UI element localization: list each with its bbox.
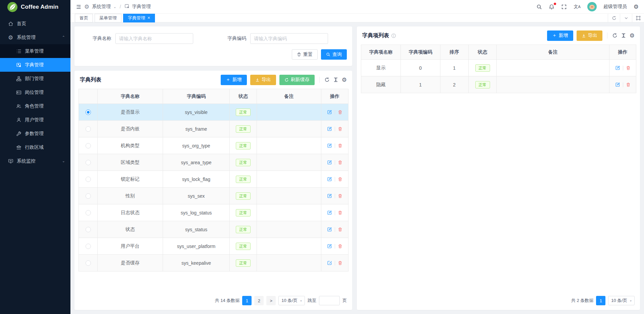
delete-icon[interactable] bbox=[338, 261, 342, 265]
sidebar-item-role-mgmt[interactable]: 角色管理 bbox=[0, 99, 70, 113]
row-radio[interactable] bbox=[86, 227, 91, 232]
delete-icon[interactable] bbox=[338, 210, 342, 215]
settings-gear-icon[interactable]: ⚙ bbox=[634, 4, 639, 10]
sidebar-item-dict-mgmt[interactable]: 字典管理 bbox=[0, 58, 70, 72]
sidebar-item-home[interactable]: 首页 bbox=[0, 17, 70, 30]
delete-icon[interactable] bbox=[338, 244, 342, 249]
edit-icon[interactable] bbox=[327, 193, 332, 198]
edit-icon[interactable] bbox=[327, 126, 332, 131]
refresh-icon[interactable] bbox=[324, 77, 330, 82]
app-root: Coffee Admin 首页 ⚙ 系统管理 ⌃ 菜单管理 字典管理 bbox=[0, 0, 644, 314]
fullscreen-icon[interactable] bbox=[561, 4, 567, 10]
tab-dict-mgmt[interactable]: 字典管理✕ bbox=[123, 14, 155, 22]
tab-label: 菜单管理 bbox=[99, 15, 117, 21]
table-row[interactable]: 是否内嵌 sys_frame 正常 bbox=[79, 121, 348, 137]
reset-button[interactable]: 重置 bbox=[292, 49, 318, 60]
page-size-select[interactable]: 10 条/页▾ bbox=[608, 296, 635, 305]
sidebar-item-system[interactable]: ⚙ 系统管理 ⌃ bbox=[0, 30, 70, 44]
translate-icon[interactable]: 文A bbox=[574, 4, 580, 10]
next-page-button[interactable]: > bbox=[266, 296, 276, 305]
row-radio[interactable] bbox=[86, 126, 91, 132]
edit-icon[interactable] bbox=[327, 244, 332, 249]
query-button[interactable]: 查询 bbox=[321, 49, 347, 60]
table-row[interactable]: 状态 sys_status 正常 bbox=[79, 221, 348, 238]
page-button-1[interactable]: 1 bbox=[596, 296, 605, 305]
export-button[interactable]: 导出 bbox=[250, 75, 276, 85]
row-radio[interactable] bbox=[86, 260, 91, 266]
sidebar-item-monitor[interactable]: 系统监控 ⌄ bbox=[0, 154, 70, 168]
edit-icon[interactable] bbox=[615, 65, 620, 70]
page-button-1[interactable]: 1 bbox=[242, 296, 252, 305]
chevron-down-icon[interactable] bbox=[620, 14, 632, 22]
edit-icon[interactable] bbox=[327, 260, 332, 265]
tab-home[interactable]: 首页 bbox=[75, 14, 93, 22]
edit-icon[interactable] bbox=[615, 82, 620, 87]
row-radio[interactable] bbox=[86, 143, 91, 148]
sidebar-item-user-mgmt[interactable]: 用户管理 bbox=[0, 113, 70, 127]
search-icon[interactable] bbox=[536, 4, 542, 10]
table-row[interactable]: 隐藏 1 2 正常 bbox=[361, 76, 636, 93]
delete-icon[interactable] bbox=[338, 160, 342, 165]
delete-icon[interactable] bbox=[338, 110, 342, 115]
delete-icon[interactable] bbox=[626, 82, 631, 87]
close-icon[interactable]: ✕ bbox=[147, 16, 150, 20]
sidebar-item-menu-mgmt[interactable]: 菜单管理 bbox=[0, 44, 70, 58]
edit-icon[interactable] bbox=[327, 227, 332, 232]
add-item-button[interactable]: ＋新增 bbox=[547, 30, 573, 41]
row-radio[interactable] bbox=[86, 244, 91, 249]
delete-icon[interactable] bbox=[338, 194, 342, 198]
table-settings-icon[interactable]: ⚙ bbox=[630, 33, 635, 39]
export-item-button[interactable]: 导出 bbox=[577, 30, 602, 41]
table-row[interactable]: 日志状态 sys_log_status 正常 bbox=[79, 204, 348, 221]
delete-icon[interactable] bbox=[626, 66, 631, 70]
row-radio[interactable] bbox=[86, 210, 91, 215]
refresh-icon[interactable] bbox=[608, 14, 620, 22]
sidebar-item-dept-mgmt[interactable]: 部门管理 bbox=[0, 72, 70, 85]
row-height-icon[interactable] bbox=[333, 77, 338, 82]
row-radio[interactable] bbox=[86, 177, 91, 182]
table-row[interactable]: 显示 0 1 正常 bbox=[361, 60, 636, 76]
page-button-2[interactable]: 2 bbox=[254, 296, 264, 305]
table-row[interactable]: 性别 sys_sex 正常 bbox=[79, 188, 348, 204]
table-row[interactable]: 锁定标记 sys_lock_flag 正常 bbox=[79, 171, 348, 188]
app-logo[interactable]: Coffee Admin bbox=[0, 0, 70, 14]
delete-icon[interactable] bbox=[338, 143, 342, 148]
jump-page-input[interactable] bbox=[319, 296, 340, 305]
edit-icon[interactable] bbox=[327, 177, 332, 182]
sidebar-item-region-mgmt[interactable]: 行政区域 bbox=[0, 140, 70, 154]
row-radio[interactable] bbox=[86, 193, 91, 199]
user-avatar[interactable] bbox=[587, 2, 597, 11]
maximize-icon[interactable] bbox=[632, 14, 644, 22]
refresh-cache-button[interactable]: 刷新缓存 bbox=[279, 75, 315, 85]
delete-icon[interactable] bbox=[338, 177, 342, 182]
table-row[interactable]: 机构类型 sys_org_type 正常 bbox=[79, 137, 348, 154]
dict-name-input[interactable] bbox=[115, 33, 193, 44]
menu-fold-icon[interactable] bbox=[76, 4, 82, 10]
sidebar-item-param-mgmt[interactable]: 参数管理 bbox=[0, 127, 70, 140]
tab-menu-mgmt[interactable]: 菜单管理 bbox=[95, 14, 121, 22]
edit-icon[interactable] bbox=[327, 143, 332, 148]
table-row[interactable]: 是否缓存 sys_keepalive 正常 bbox=[79, 255, 348, 271]
row-radio[interactable] bbox=[86, 110, 91, 115]
table-row[interactable]: 用户平台 sys_user_platform 正常 bbox=[79, 238, 348, 255]
row-height-icon[interactable] bbox=[621, 33, 626, 38]
page-size-select[interactable]: 10 条/页▾ bbox=[278, 296, 305, 305]
download-icon bbox=[255, 78, 260, 82]
table-row[interactable]: 区域类型 sys_area_type 正常 bbox=[79, 154, 348, 171]
delete-icon[interactable] bbox=[338, 227, 342, 232]
delete-icon[interactable] bbox=[338, 127, 342, 131]
edit-icon[interactable] bbox=[327, 210, 332, 215]
bell-icon[interactable] bbox=[549, 4, 554, 10]
refresh-icon[interactable] bbox=[612, 33, 618, 38]
table-settings-icon[interactable]: ⚙ bbox=[342, 77, 347, 83]
sidebar-item-post-mgmt[interactable]: 岗位管理 bbox=[0, 85, 70, 99]
row-radio[interactable] bbox=[86, 160, 91, 165]
edit-icon[interactable] bbox=[327, 160, 332, 165]
sidebar-submenu-system: 菜单管理 字典管理 部门管理 岗位管理 角色管理 bbox=[0, 44, 70, 154]
breadcrumb-parent[interactable]: 系统管理 bbox=[92, 4, 111, 10]
table-row[interactable]: 是否显示 sys_visible 正常 bbox=[79, 104, 348, 121]
user-name[interactable]: 超级管理员 bbox=[603, 4, 627, 10]
edit-icon[interactable] bbox=[327, 110, 332, 115]
dict-code-input[interactable] bbox=[250, 33, 328, 44]
add-button[interactable]: ＋新增 bbox=[221, 75, 247, 85]
